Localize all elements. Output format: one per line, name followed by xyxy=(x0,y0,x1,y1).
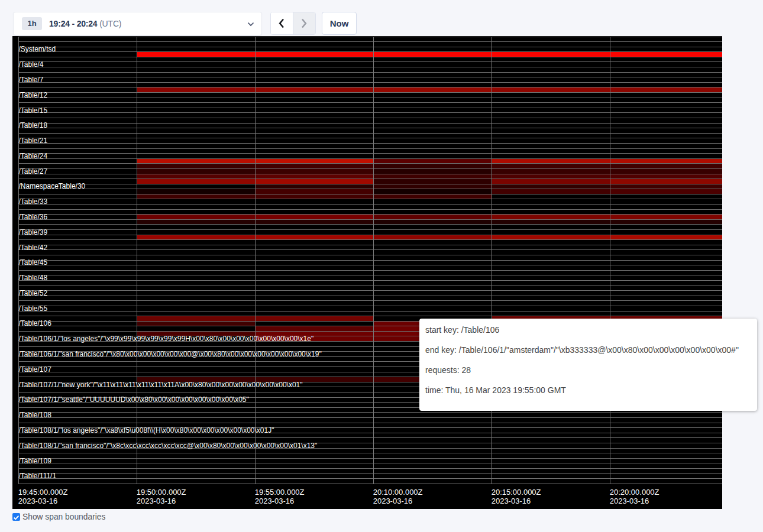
svg-text:2023-03-16: 2023-03-16 xyxy=(255,497,295,505)
svg-text:/Table/109: /Table/109 xyxy=(19,457,52,465)
svg-text:20:10:00.000Z: 20:10:00.000Z xyxy=(373,488,423,497)
svg-text:/Table/111/1: /Table/111/1 xyxy=(19,472,57,480)
svg-text:/Table/55: /Table/55 xyxy=(19,304,48,313)
svg-text:2023-03-16: 2023-03-16 xyxy=(137,497,176,505)
svg-text:/Table/4: /Table/4 xyxy=(19,60,44,69)
svg-text:/Table/39: /Table/39 xyxy=(19,228,48,236)
svg-text:/Table/108/1/"los angeles"/"\x: /Table/108/1/"los angeles"/"\xa8\xf5\u00… xyxy=(19,426,274,434)
svg-text:/Table/108: /Table/108 xyxy=(19,411,52,419)
svg-text:19:55:00.000Z: 19:55:00.000Z xyxy=(255,488,305,497)
svg-text:/Table/24: /Table/24 xyxy=(19,152,48,160)
svg-text:/Table/48: /Table/48 xyxy=(19,274,48,282)
svg-text:2023-03-16: 2023-03-16 xyxy=(373,497,413,505)
svg-text:/Table/106/1/"los angeles"/"\x: /Table/106/1/"los angeles"/"\x99\x99\x99… xyxy=(19,335,314,343)
svg-text:/System/tsd: /System/tsd xyxy=(19,45,56,53)
svg-text:/Table/15: /Table/15 xyxy=(19,106,48,115)
svg-text:/Table/12: /Table/12 xyxy=(19,91,48,99)
svg-text:20:15:00.000Z: 20:15:00.000Z xyxy=(492,488,541,497)
svg-text:/Table/107/1/"new york"/"\x11\: /Table/107/1/"new york"/"\x11\x11\x11\x1… xyxy=(19,381,303,389)
svg-text:/Table/36: /Table/36 xyxy=(19,213,48,221)
svg-text:/Table/21: /Table/21 xyxy=(19,137,48,145)
svg-text:/Table/107/1/"seattle"/"UUUUUU: /Table/107/1/"seattle"/"UUUUUUD\x00\x80\… xyxy=(19,395,249,404)
svg-text:/Table/108/1/"san francisco"/": /Table/108/1/"san francisco"/"\x8c\xcc\x… xyxy=(19,442,318,450)
svg-text:2023-03-16: 2023-03-16 xyxy=(610,497,649,505)
svg-text:20:20:00.000Z: 20:20:00.000Z xyxy=(610,488,659,497)
svg-text:/Table/7: /Table/7 xyxy=(19,76,44,84)
svg-text:/NamespaceTable/30: /NamespaceTable/30 xyxy=(19,182,86,190)
svg-text:19:45:00.000Z: 19:45:00.000Z xyxy=(18,488,68,497)
svg-text:2023-03-16: 2023-03-16 xyxy=(492,497,531,505)
svg-text:/Table/33: /Table/33 xyxy=(19,197,48,206)
svg-text:/Table/106/1/"san francisco"/": /Table/106/1/"san francisco"/"\x80\x00\x… xyxy=(19,350,322,358)
svg-text:/Table/42: /Table/42 xyxy=(19,244,48,252)
svg-text:/Table/27: /Table/27 xyxy=(19,167,48,176)
svg-text:/Table/18: /Table/18 xyxy=(19,121,48,129)
svg-text:2023-03-16: 2023-03-16 xyxy=(18,497,58,505)
svg-text:19:50:00.000Z: 19:50:00.000Z xyxy=(137,488,186,497)
svg-text:/Table/106: /Table/106 xyxy=(19,319,52,327)
svg-text:/Table/107: /Table/107 xyxy=(19,365,52,374)
svg-text:/Table/45: /Table/45 xyxy=(19,258,48,267)
svg-text:/Table/52: /Table/52 xyxy=(19,289,48,297)
